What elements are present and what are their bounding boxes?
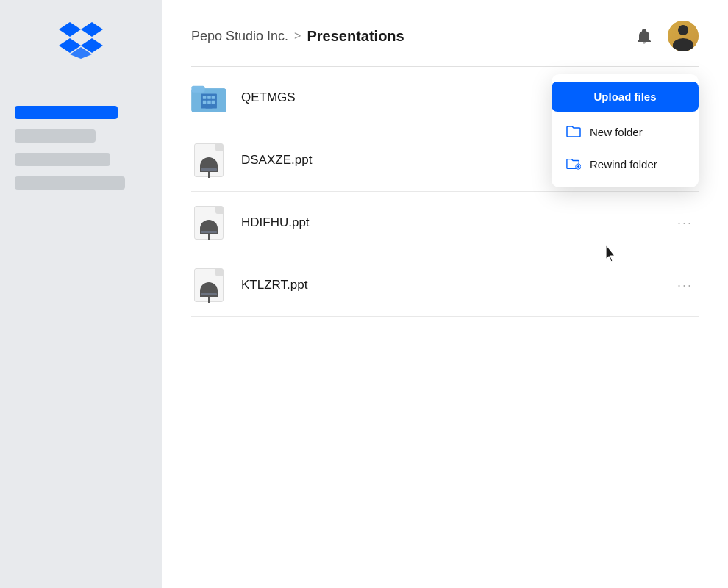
svg-rect-15	[205, 104, 212, 108]
svg-marker-0	[59, 22, 81, 37]
svg-rect-9	[203, 96, 207, 99]
sidebar	[0, 0, 162, 588]
sidebar-nav-item-2[interactable]	[15, 129, 96, 143]
breadcrumb: Pepo Studio Inc. > Presentations	[191, 28, 404, 45]
table-row: HDIFHU.ppt ···	[191, 192, 699, 254]
rewind-folder-icon	[566, 157, 581, 171]
folder-icon	[191, 80, 226, 115]
svg-marker-1	[81, 22, 103, 37]
context-dropdown-menu: Upload files New folder	[552, 74, 699, 187]
file-name: HDIFHU.ppt	[241, 215, 671, 230]
table-row: KTLZRT.ppt ···	[191, 254, 699, 317]
file-list-container: QETMGS ··· DSAXZE.ppt ···	[191, 67, 699, 317]
avatar[interactable]	[668, 21, 699, 51]
upload-files-button[interactable]: Upload files	[552, 82, 699, 112]
breadcrumb-parent[interactable]: Pepo Studio Inc.	[191, 29, 288, 44]
header: Pepo Studio Inc. > Presentations	[191, 0, 699, 67]
rewind-folder-label: Rewind folder	[590, 158, 657, 171]
sidebar-navigation	[15, 106, 147, 190]
sidebar-nav-item-1[interactable]	[15, 106, 118, 119]
menu-separator	[552, 113, 699, 114]
breadcrumb-current: Presentations	[307, 28, 404, 45]
new-folder-label: New folder	[590, 126, 643, 138]
svg-rect-12	[203, 101, 207, 104]
ppt-file-icon	[191, 268, 226, 303]
sidebar-nav-item-4[interactable]	[15, 176, 125, 190]
svg-rect-10	[207, 96, 211, 99]
new-folder-icon	[566, 124, 581, 139]
sidebar-logo	[59, 22, 103, 62]
file-more-options[interactable]: ···	[671, 275, 699, 296]
notification-bell-icon[interactable]	[632, 24, 656, 48]
sidebar-nav-item-3[interactable]	[15, 153, 110, 166]
main-content: Pepo Studio Inc. > Presentations	[162, 0, 728, 588]
new-folder-menu-item[interactable]: New folder	[552, 115, 699, 148]
file-name: KTLZRT.ppt	[241, 278, 671, 293]
rewind-folder-menu-item[interactable]: Rewind folder	[552, 148, 699, 180]
dropbox-logo-icon	[59, 22, 103, 62]
breadcrumb-separator: >	[294, 29, 301, 43]
ppt-file-icon	[191, 205, 226, 240]
ppt-file-icon	[191, 143, 226, 178]
file-more-options[interactable]: ···	[671, 212, 699, 234]
svg-rect-14	[212, 101, 215, 104]
header-actions	[632, 21, 699, 51]
svg-rect-13	[207, 101, 211, 104]
svg-rect-11	[212, 96, 215, 99]
avatar-image	[668, 21, 699, 51]
